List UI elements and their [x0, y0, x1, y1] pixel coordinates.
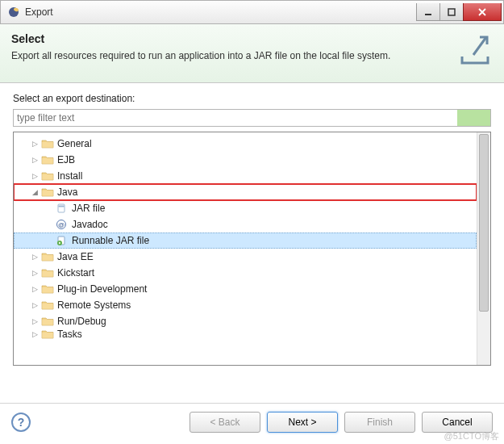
arrow-right-icon[interactable]: ▷ — [30, 301, 40, 309]
wizard-body: Select an export destination: ▷General▷E… — [0, 83, 504, 372]
folder-icon — [41, 170, 54, 182]
arrow-right-icon[interactable]: ▷ — [30, 285, 40, 293]
javadoc-icon: @ — [56, 219, 69, 230]
export-tree[interactable]: ▷General▷EJB▷Install◢JavaJAR file@Javado… — [14, 132, 477, 342]
banner-description: Export all resources required to run an … — [11, 50, 457, 61]
tree-container: ▷General▷EJB▷Install◢JavaJAR file@Javado… — [13, 132, 491, 366]
arrow-right-icon[interactable]: ▷ — [30, 317, 40, 325]
vertical-scrollbar[interactable] — [477, 132, 490, 365]
tree-item-label: Remote Systems — [57, 299, 131, 311]
svg-rect-4 — [58, 204, 65, 212]
tree-item[interactable]: ▷Remote Systems — [14, 297, 477, 313]
tree-item[interactable]: ◢Java — [14, 184, 477, 200]
wizard-footer: ? < Back Next > Finish Cancel — [0, 403, 504, 444]
svg-rect-2 — [425, 14, 431, 15]
tree-item[interactable]: ▷Kickstart — [14, 265, 477, 281]
wizard-banner: Select Export all resources required to … — [0, 24, 504, 83]
banner-title: Select — [11, 32, 457, 45]
next-button[interactable]: Next > — [267, 412, 338, 433]
filter-input[interactable] — [13, 109, 491, 127]
tree-item[interactable]: ▷Install — [14, 168, 477, 184]
tree-item-label: Java EE — [57, 251, 94, 262]
tree-item-label: Tasks — [57, 329, 82, 339]
tree-item-label: Plug-in Development — [57, 283, 147, 295]
window-controls — [417, 3, 502, 21]
tree-item[interactable]: ▷Plug-in Development — [14, 281, 477, 297]
help-button[interactable]: ? — [11, 413, 31, 432]
tree-item-label: Install — [57, 170, 82, 182]
folder-icon — [41, 267, 54, 279]
tree-item-label: Runnable JAR file — [72, 235, 149, 246]
folder-icon — [41, 186, 54, 198]
arrow-right-icon[interactable]: ▷ — [30, 253, 40, 261]
tree-item-label: EJB — [57, 154, 75, 165]
svg-rect-5 — [59, 206, 64, 207]
tree-item[interactable]: Runnable JAR file — [14, 232, 477, 249]
folder-icon — [41, 138, 54, 149]
maximize-button[interactable] — [439, 3, 464, 21]
window-titlebar: Export — [0, 0, 504, 24]
minimize-button[interactable] — [416, 3, 440, 21]
arrow-right-icon[interactable]: ▷ — [30, 140, 40, 148]
folder-icon — [41, 251, 54, 262]
tree-item-label: General — [57, 138, 92, 149]
scrollbar-thumb[interactable] — [479, 134, 489, 312]
tree-item[interactable]: ▷General — [14, 136, 477, 152]
jar-icon — [56, 203, 69, 214]
tree-item-label: Java — [57, 186, 77, 198]
app-icon — [7, 6, 20, 19]
export-icon — [457, 32, 493, 71]
watermark: @51CTO博客 — [444, 430, 499, 442]
folder-icon — [41, 329, 54, 339]
tree-item[interactable]: ▷Tasks — [14, 329, 477, 339]
arrow-right-icon[interactable]: ▷ — [30, 330, 40, 338]
finish-button[interactable]: Finish — [344, 412, 415, 433]
folder-icon — [41, 299, 54, 311]
tree-item[interactable]: ▷Run/Debug — [14, 313, 477, 329]
folder-icon — [41, 283, 54, 295]
tree-item[interactable]: ▷Java EE — [14, 249, 477, 265]
back-button[interactable]: < Back — [190, 412, 260, 433]
folder-icon — [41, 316, 54, 327]
tree-item-label: Run/Debug — [57, 316, 106, 327]
tree-item-label: Javadoc — [72, 219, 108, 230]
tree-item[interactable]: @Javadoc — [14, 216, 477, 232]
folder-icon — [41, 154, 54, 165]
jar-run-icon — [56, 235, 69, 246]
svg-rect-3 — [448, 9, 455, 15]
tree-item-label: JAR file — [72, 203, 105, 214]
tree-item[interactable]: JAR file — [14, 200, 477, 216]
arrow-right-icon[interactable]: ▷ — [30, 269, 40, 277]
tree-item[interactable]: ▷EJB — [14, 152, 477, 168]
svg-text:@: @ — [58, 221, 65, 228]
close-button[interactable] — [463, 3, 502, 21]
arrow-right-icon[interactable]: ▷ — [30, 172, 40, 180]
arrow-right-icon[interactable]: ▷ — [30, 156, 40, 164]
tree-item-label: Kickstart — [57, 267, 94, 279]
arrow-down-icon[interactable]: ◢ — [30, 188, 40, 196]
destination-label: Select an export destination: — [13, 93, 491, 104]
window-title: Export — [25, 6, 417, 18]
